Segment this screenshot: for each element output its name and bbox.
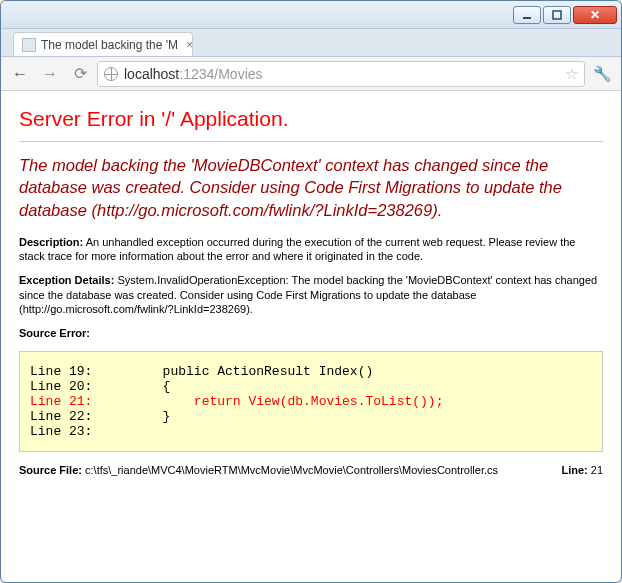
url-host: localhost [124,66,179,82]
error-heading: Server Error in '/' Application. [19,107,603,131]
browser-window: ✕ The model backing the 'M × ← → ⟳ local… [0,0,622,583]
source-file-path: c:\tfs\_riande\MVC4\MovieRTM\MvcMovie\Mv… [82,464,498,476]
source-error-section: Source Error: [19,326,603,340]
forward-icon: → [42,65,58,83]
maximize-button[interactable] [543,6,571,24]
reload-icon: ⟳ [74,64,87,83]
settings-button[interactable]: 🔧 [589,61,615,87]
code-line-20: Line 20: { [30,379,592,394]
code-line-22: Line 22: } [30,409,592,424]
source-file-label: Source File: [19,464,82,476]
page-content: Server Error in '/' Application. The mod… [1,91,621,582]
close-button[interactable]: ✕ [573,6,617,24]
svg-rect-1 [553,11,561,19]
browser-toolbar: ← → ⟳ localhost:1234/Movies ☆ 🔧 [1,57,621,91]
line-number: 21 [588,464,603,476]
divider [19,141,603,142]
source-code-box: Line 19: public ActionResult Index()Line… [19,351,603,452]
url-path: /Movies [214,66,262,82]
tab-strip: The model backing the 'M × [1,29,621,57]
reload-button[interactable]: ⟳ [67,61,93,87]
tab-close-icon[interactable]: × [186,38,193,52]
bookmark-icon[interactable]: ☆ [565,65,578,83]
back-button[interactable]: ← [7,61,33,87]
forward-button[interactable]: → [37,61,63,87]
code-line-23: Line 23: [30,424,592,439]
exception-label: Exception Details: [19,274,114,286]
back-icon: ← [12,65,28,83]
window-titlebar: ✕ [1,1,621,29]
description-text: An unhandled exception occurred during t… [19,236,575,262]
browser-tab[interactable]: The model backing the 'M × [13,32,193,56]
globe-icon [104,67,118,81]
source-error-label: Source Error: [19,327,90,339]
description-section: Description: An unhandled exception occu… [19,235,603,264]
minimize-icon [522,10,532,20]
error-subheading: The model backing the 'MovieDBContext' c… [19,154,603,221]
description-label: Description: [19,236,83,248]
minimize-button[interactable] [513,6,541,24]
close-icon: ✕ [590,8,600,22]
address-bar[interactable]: localhost:1234/Movies ☆ [97,61,585,87]
exception-section: Exception Details: System.InvalidOperati… [19,273,603,316]
page-icon [22,38,36,52]
maximize-icon [552,10,562,20]
code-line-21: Line 21: return View(db.Movies.ToList())… [30,394,592,409]
svg-rect-0 [523,17,531,19]
url-port: :1234 [179,66,214,82]
line-label: Line: [561,464,587,476]
wrench-icon: 🔧 [593,65,612,83]
source-file-section: Source File: c:\tfs\_riande\MVC4\MovieRT… [19,464,603,476]
code-line-19: Line 19: public ActionResult Index() [30,364,592,379]
tab-title: The model backing the 'M [41,38,178,52]
